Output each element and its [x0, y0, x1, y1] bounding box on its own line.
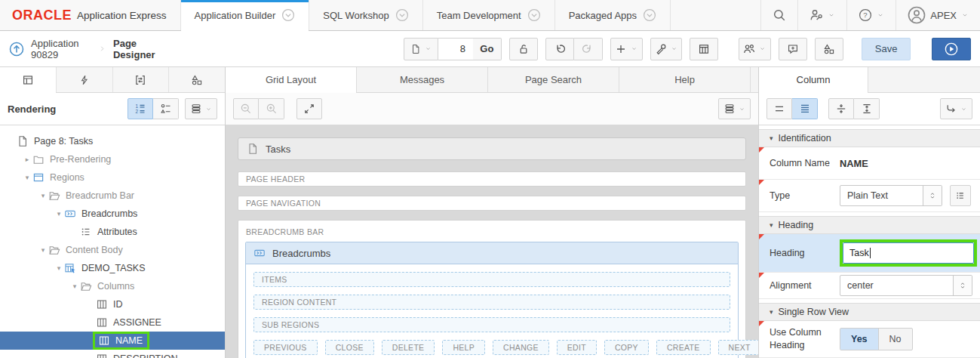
type-list-of-values-button[interactable]	[950, 185, 971, 206]
expand-arrow-icon[interactable]: ▾	[38, 192, 48, 199]
expand-arrow-icon[interactable]: ▾	[69, 282, 80, 290]
collapse-all-button[interactable]	[828, 98, 854, 119]
alignment-select[interactable]: center	[840, 275, 972, 296]
tab-dynamic-actions[interactable]	[57, 67, 113, 92]
expand-arrow-icon[interactable]: ▾	[54, 210, 64, 218]
nav-tab-team-development[interactable]: Team Development	[423, 0, 555, 30]
zoom-in-button[interactable]	[259, 98, 284, 119]
run-page-button[interactable]	[932, 38, 971, 60]
expand-layout-button[interactable]	[296, 98, 322, 119]
region-slot-sub-regions[interactable]: SUB REGIONS	[253, 317, 730, 332]
tree-item-page-8-tasks[interactable]: Page 8: Tasks	[0, 132, 225, 150]
select-spinner-icon[interactable]	[953, 276, 972, 295]
expand-all-button[interactable]	[854, 98, 880, 119]
go-to-component-button[interactable]	[940, 98, 972, 119]
zoom-out-button[interactable]	[233, 98, 259, 119]
nav-tab-application-builder[interactable]: Application Builder	[180, 0, 310, 30]
breadcrumb-application[interactable]: Application 90829	[31, 38, 91, 60]
order-by-sequence-button[interactable]	[127, 98, 153, 119]
tree-item-breadcrumbs[interactable]: ▾Breadcrumbs	[0, 205, 225, 223]
tree-item-description[interactable]: DESCRIPTION	[0, 350, 225, 358]
show-all-button[interactable]	[792, 98, 818, 119]
tree-item-breadcrumb-bar[interactable]: ▾Breadcrumb Bar	[0, 187, 225, 205]
administration-menu[interactable]	[797, 0, 846, 30]
tree-item-label: DEMO_TASKS	[81, 263, 146, 273]
button-position-change[interactable]: CHANGE	[493, 340, 549, 355]
tab-processing[interactable]	[113, 67, 170, 92]
collapse-expand-group	[828, 98, 880, 119]
breadcrumbs-region-body: ITEMSREGION CONTENTSUB REGIONS PREVIOUSC…	[246, 264, 738, 358]
expand-arrow-icon[interactable]: ▾	[22, 174, 32, 181]
button-position-edit[interactable]: EDIT	[557, 340, 597, 355]
button-position-delete[interactable]: DELETE	[382, 340, 435, 355]
page-templates-button[interactable]	[690, 38, 718, 60]
toggle-option-no[interactable]: No	[879, 329, 912, 350]
button-position-next[interactable]: NEXT	[718, 340, 758, 355]
button-position-help[interactable]: HELP	[442, 340, 485, 355]
tree-item-demo-tasks[interactable]: ▾DEMO_TASKS	[0, 259, 225, 277]
order-by-type-button[interactable]	[153, 98, 179, 119]
tab-page-search[interactable]: Page Search	[488, 67, 619, 92]
tab-messages[interactable]: Messages	[357, 67, 488, 92]
tab-grid-layout[interactable]: Grid Layout	[226, 67, 357, 92]
type-select[interactable]: Plain Text	[840, 185, 942, 206]
create-menu-button[interactable]	[610, 38, 643, 60]
tree-item-label: Columns	[97, 281, 134, 292]
tree-item-assignee[interactable]: ASSIGNEE	[0, 313, 225, 332]
lock-button[interactable]	[509, 38, 538, 60]
expand-arrow-icon[interactable]: ▾	[38, 246, 48, 254]
button-position-copy[interactable]: COPY	[604, 340, 649, 355]
team-dev-menu-button[interactable]	[739, 38, 771, 60]
undo-button[interactable]	[545, 38, 574, 60]
tab-help[interactable]: Help	[619, 67, 751, 92]
tree-item-pre-rendering[interactable]: ▸Pre-Rendering	[0, 150, 225, 168]
show-common-button[interactable]	[766, 98, 792, 119]
select-spinner-icon[interactable]	[923, 186, 942, 205]
page-title-box[interactable]: Tasks	[238, 137, 746, 160]
button-position-previous[interactable]: PREVIOUS	[253, 340, 318, 355]
section-identification-header[interactable]: ▾ Identification	[759, 129, 980, 147]
toggle-option-yes[interactable]: Yes	[840, 329, 879, 350]
save-button[interactable]: Save	[862, 38, 911, 60]
layout-display-options-button[interactable]	[718, 98, 751, 119]
region-slot-region-content[interactable]: REGION CONTENT	[253, 295, 730, 310]
region-slot-items[interactable]: ITEMS	[253, 272, 730, 287]
account-menu[interactable]: APEX	[896, 0, 980, 30]
help-menu[interactable]	[846, 0, 896, 30]
tree-item-attributes[interactable]: Attributes	[0, 223, 225, 241]
expand-arrow-icon[interactable]: ▾	[54, 264, 64, 272]
tree-item-name[interactable]: NAME	[0, 332, 225, 350]
tree-item-regions[interactable]: ▾Regions	[0, 168, 225, 187]
nav-tab-packaged-apps[interactable]: Packaged Apps	[555, 0, 671, 30]
tree-order-group	[127, 98, 179, 119]
tab-rendering[interactable]	[0, 67, 57, 92]
button-position-create[interactable]: CREATE	[656, 340, 711, 355]
tree-item-columns[interactable]: ▾Columns	[0, 277, 225, 295]
redo-button[interactable]	[574, 38, 603, 60]
heading-input[interactable]: Task	[843, 242, 974, 264]
tab-shared-components[interactable]	[169, 67, 225, 92]
expand-arrow-icon[interactable]: ▸	[22, 156, 32, 163]
utilities-menu-button[interactable]	[650, 38, 683, 60]
slot-page-header[interactable]: PAGE HEADER	[238, 171, 746, 187]
page-number-field[interactable]: 8	[438, 38, 473, 60]
tree-item-id[interactable]: ID	[0, 295, 225, 313]
go-button[interactable]: Go	[473, 38, 502, 60]
breadcrumbs-region[interactable]: Breadcrumbs ITEMSREGION CONTENTSUB REGIO…	[245, 242, 739, 358]
region-slots: ITEMSREGION CONTENTSUB REGIONS	[253, 272, 730, 332]
slot-page-navigation[interactable]: PAGE NAVIGATION	[238, 196, 746, 211]
button-position-close[interactable]: CLOSE	[325, 340, 374, 355]
tree-item-content-body[interactable]: ▾Content Body	[0, 241, 225, 259]
breadcrumbs-region-header[interactable]: Breadcrumbs	[246, 242, 738, 264]
page-select-button[interactable]	[404, 38, 438, 60]
up-to-application-icon[interactable]	[9, 42, 24, 57]
display-options-button[interactable]	[185, 98, 217, 119]
expand-icon	[303, 103, 315, 115]
section-heading-header[interactable]: ▾ Heading	[759, 216, 980, 234]
section-single-row-view-header[interactable]: ▾ Single Row View	[759, 303, 980, 321]
shared-components-button[interactable]	[815, 38, 843, 60]
search-button[interactable]	[760, 0, 797, 30]
add-comment-button[interactable]	[779, 38, 807, 60]
tab-column[interactable]: Column	[759, 67, 868, 92]
nav-tab-sql-workshop[interactable]: SQL Workshop	[309, 0, 422, 30]
